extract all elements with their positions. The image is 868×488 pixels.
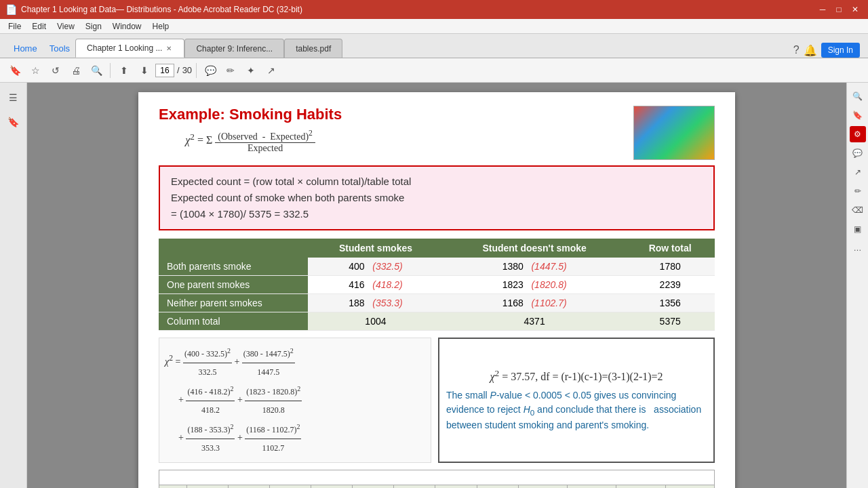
comment-button[interactable]: 💬 <box>201 61 220 80</box>
nav-home[interactable]: Home <box>8 42 43 55</box>
cell-both-total: 1780 <box>625 258 715 276</box>
nav-tools[interactable]: Tools <box>44 42 75 55</box>
right-bookmark-icon[interactable]: 🔖 <box>850 107 866 123</box>
pen-button[interactable]: ✏ <box>221 61 240 80</box>
cell-col-total: 5375 <box>625 312 715 331</box>
col-header-row-total: Row total <box>625 239 715 258</box>
pink-box: Expected count = (row total × column tot… <box>159 165 715 230</box>
right-sidebar: 🔍 🔖 ⚙ 💬 ↗ ✏ ⌫ ▣ … <box>846 83 868 488</box>
pdf-page: Example: Smoking Habits χ2 = Σ (Observed… <box>138 92 735 488</box>
chi-formula: χ2 = Σ (Observed - Expected)2 Expected <box>159 129 342 154</box>
page-down-button[interactable]: ⬇ <box>135 61 154 80</box>
page-up-button[interactable]: ⬆ <box>115 61 134 80</box>
page-nav: / 30 <box>155 64 192 77</box>
table-row-neither-parent: Neither parent smokes 188 (353.3) 1168 (… <box>159 294 715 312</box>
close-button[interactable]: ✕ <box>848 3 863 16</box>
page-title: Example: Smoking Habits <box>159 106 342 123</box>
tab-tables[interactable]: tables.pdf <box>284 39 342 58</box>
right-tools-icon[interactable]: ⚙ <box>850 126 866 142</box>
sign-in-button[interactable]: Sign In <box>821 43 860 58</box>
minimize-button[interactable]: ─ <box>815 3 830 16</box>
menu-sign[interactable]: Sign <box>80 20 107 33</box>
col-0005: .005 <box>518 485 567 488</box>
row-label-both: Both parents smoke <box>159 258 308 276</box>
window-title: Chapter 1 Looking at Data— Distributions… <box>21 5 815 14</box>
cell-both-smokes: 400 (332.5) <box>308 258 443 276</box>
tabs-bar: Home Tools Chapter 1 Looking ... ✕ Chapt… <box>0 34 868 58</box>
result-box: χ2 = 37.57, df = (r-1)(c-1)=(3-1)(2-1)=2… <box>438 338 715 463</box>
left-sidebar: ☰ 🔖 <box>0 83 27 488</box>
maximize-button[interactable]: □ <box>831 3 846 16</box>
cell-both-doesnt: 1380 (1447.5) <box>443 258 625 276</box>
chi-calc-symbol: χ2 = (400 - 332.5)2 332.5 + (380 - 1447.… <box>165 344 425 382</box>
cell-one-smokes: 416 (418.2) <box>308 276 443 294</box>
col-header-empty <box>159 239 308 258</box>
print-button[interactable]: 🖨 <box>66 61 85 80</box>
tail-header: Tail probability p <box>159 470 715 485</box>
col-015: .15 <box>270 485 311 488</box>
col-0025: .025 <box>394 485 435 488</box>
col-020: .20 <box>228 485 269 488</box>
chi-calculation: χ2 = (400 - 332.5)2 332.5 + (380 - 1447.… <box>159 338 431 463</box>
table-row-both-parents: Both parents smoke 400 (332.5) 1380 (144… <box>159 258 715 276</box>
sidebar-pages-icon[interactable]: ☰ <box>4 88 23 107</box>
content-area: Example: Smoking Habits χ2 = Σ (Observed… <box>27 83 846 488</box>
cell-one-doesnt: 1823 (1820.8) <box>443 276 625 294</box>
page-separator: / <box>177 65 180 75</box>
col-header-student-doesnt: Student doesn't smoke <box>443 239 625 258</box>
col-0001: .001 <box>616 485 665 488</box>
menu-window[interactable]: Window <box>107 20 147 33</box>
table-row-column-total: Column total 1004 4371 5375 <box>159 312 715 331</box>
col-010: .10 <box>311 485 353 488</box>
cell-neither-doesnt: 1168 (1102.7) <box>443 294 625 312</box>
right-eraser-icon[interactable]: ⌫ <box>850 202 866 218</box>
tab-chapter9[interactable]: Chapter 9: Inferenc... <box>184 39 284 58</box>
chi-calc-row2: + (416 - 418.2)2 418.2 + (1823 - 1820.8)… <box>178 382 425 420</box>
help-button[interactable]: ? <box>793 44 800 56</box>
cell-col-doesnt: 4371 <box>443 312 625 331</box>
menu-help[interactable]: Help <box>147 20 175 33</box>
pink-box-line2: Expected count of smoke when both parent… <box>171 190 703 206</box>
scroll-area[interactable]: Example: Smoking Habits χ2 = Σ (Observed… <box>27 83 846 488</box>
col-002: .02 <box>435 485 477 488</box>
cell-neither-total: 1356 <box>625 294 715 312</box>
highlight-button[interactable]: ✦ <box>241 61 260 80</box>
right-comment-icon[interactable]: 💬 <box>850 145 866 161</box>
bookmark-button[interactable]: 🔖 <box>5 61 24 80</box>
right-more-icon[interactable]: … <box>850 240 866 256</box>
menu-bar: File Edit View Sign Window Help <box>0 19 868 34</box>
separator-2 <box>196 63 197 78</box>
chi-calc-row3: + (188 - 353.3)2 353.3 + (1168 - 1102.7)… <box>178 420 425 458</box>
app-icon: 📄 <box>5 4 17 15</box>
thumbnail-image <box>633 106 715 160</box>
share-button[interactable]: ↗ <box>262 61 281 80</box>
page-number-input[interactable] <box>155 64 174 77</box>
zoom-button[interactable]: 🔍 <box>87 61 106 80</box>
col-00005: .0005 <box>665 485 714 488</box>
cell-one-total: 2239 <box>625 276 715 294</box>
row-label-one: One parent smokes <box>159 276 308 294</box>
tab-chapter1-label: Chapter 1 Looking ... <box>87 43 162 53</box>
tab-chapter9-label: Chapter 9: Inferenc... <box>196 44 273 54</box>
cell-neither-smokes: 188 (353.3) <box>308 294 443 312</box>
menu-file[interactable]: File <box>3 20 26 33</box>
notification-button[interactable]: 🔔 <box>804 44 817 57</box>
tail-probability-section: Tail probability p df .25 .20 .15 .10 .0… <box>159 470 715 488</box>
history-button[interactable]: ↺ <box>46 61 65 80</box>
table-row-one-parent: One parent smokes 416 (418.2) 1823 (1820… <box>159 276 715 294</box>
tab-chapter1-close[interactable]: ✕ <box>165 45 173 52</box>
menu-view[interactable]: View <box>52 20 80 33</box>
star-button[interactable]: ☆ <box>26 61 45 80</box>
pink-box-line1: Expected count = (row total × column tot… <box>171 174 703 190</box>
separator-1 <box>110 63 111 78</box>
tail-probability-table: Tail probability p df .25 .20 .15 .10 .0… <box>159 470 715 488</box>
right-share-icon[interactable]: ↗ <box>850 164 866 180</box>
right-pen-icon[interactable]: ✏ <box>850 183 866 199</box>
col-header-student-smokes: Student smokes <box>308 239 443 258</box>
col-df: df <box>159 485 187 488</box>
sidebar-bookmark-icon[interactable]: 🔖 <box>4 113 23 131</box>
tab-chapter1[interactable]: Chapter 1 Looking ... ✕ <box>75 39 184 58</box>
right-zoom-in-icon[interactable]: 🔍 <box>850 88 866 104</box>
menu-edit[interactable]: Edit <box>26 20 52 33</box>
right-highlight-icon[interactable]: ▣ <box>850 221 866 237</box>
